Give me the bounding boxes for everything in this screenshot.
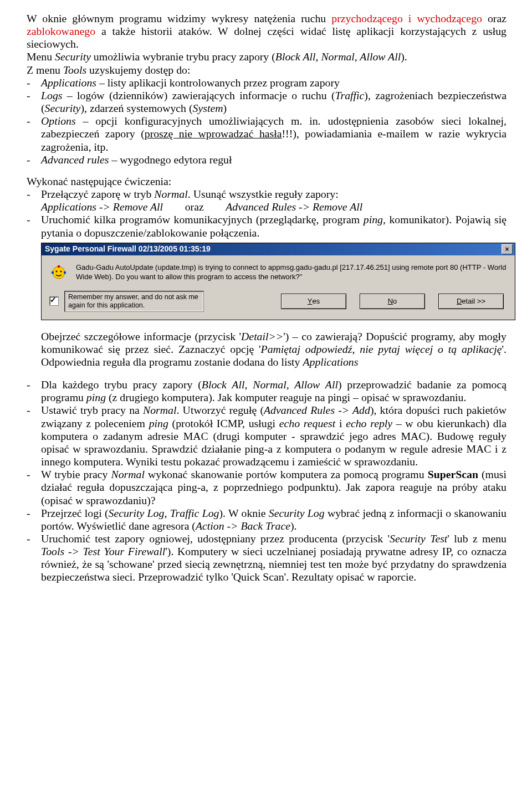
- italic-traffic: Traffic: [335, 89, 365, 101]
- text: W oknie głównym programu widzimy wykresy…: [27, 12, 331, 24]
- no-button[interactable]: No: [360, 294, 425, 309]
- dash-bullet: -: [27, 378, 41, 391]
- list-item: - Applications – listy aplikacji kontrol…: [27, 76, 507, 89]
- dash-bullet: -: [27, 188, 41, 201]
- document-page: W oknie głównym programu widzimy wykresy…: [0, 0, 532, 606]
- italic-normal: Normal: [154, 188, 187, 200]
- text: W trybie pracy: [41, 468, 111, 480]
- close-button[interactable]: ×: [502, 244, 513, 254]
- exercise-list: - Uruchomić kilka programów komunikacyjn…: [27, 213, 507, 239]
- text-red-blocked: zablokowanego: [27, 25, 95, 37]
- text: etail >>: [462, 297, 485, 305]
- svg-rect-2: [52, 271, 54, 274]
- list-item: - Przełączyć zaporę w tryb Normal. Usuną…: [27, 188, 507, 201]
- remember-label: Remember my answer, and do not ask me ag…: [64, 291, 204, 312]
- italic-security-log: Security Log: [269, 507, 325, 519]
- after-dialog-paragraph: Obejrzeć szczegółowe informacje (przycis…: [27, 330, 507, 368]
- text: oraz: [482, 12, 507, 24]
- mnemonic: D: [457, 297, 462, 305]
- italic-logs: Logs: [41, 89, 62, 101]
- list-item: - Logs – logów (dzienników) zawierającyc…: [27, 89, 507, 115]
- dash-bullet: -: [27, 89, 41, 102]
- exercise-heading: Wykonać następujące ćwiczenia:: [27, 175, 507, 188]
- italic-security-test: Security Test: [390, 532, 447, 545]
- menu-security-paragraph: Menu Security umożliwia wybranie trybu p…: [27, 50, 507, 63]
- italic-logs-list: Security Log, Traffic Log: [109, 507, 219, 519]
- italic-ping: ping: [86, 391, 106, 403]
- italic-options: Options: [41, 115, 76, 127]
- italic-tools-testfirewall: Tools -> Test Your Firewall: [41, 545, 165, 557]
- italic-ping: ping: [149, 417, 168, 429]
- exercise-list-lower: - Dla każdego trybu pracy zapory (Block …: [27, 378, 507, 584]
- text: – listy aplikacji kontrolowanych przez p…: [96, 76, 340, 89]
- italic-applications: Applications: [303, 356, 358, 368]
- text: ): [223, 102, 227, 114]
- dash-bullet: -: [27, 468, 41, 481]
- text: Uruchomić test zapory ogniowej, udostępn…: [41, 532, 390, 545]
- dash-bullet: -: [27, 532, 41, 545]
- detail-button[interactable]: Detail >>: [438, 294, 504, 309]
- text: Z menu: [27, 64, 63, 76]
- list-item-body: Dla każdego trybu pracy zapory (Block Al…: [41, 378, 507, 404]
- italic-back-trace: Action -> Back Trace: [196, 520, 290, 532]
- list-item: - Przejrzeć logi (Security Log, Traffic …: [27, 507, 507, 532]
- close-icon: ×: [505, 246, 509, 253]
- italic-modes: Block All, Normal, Allow All: [275, 50, 401, 63]
- italic-modes: Block All, Normal, Allow All: [202, 378, 338, 391]
- italic-tools: Tools: [63, 64, 86, 76]
- italic-security-log: Security: [45, 102, 81, 114]
- svg-point-0: [53, 266, 65, 279]
- text: wykonać skanowanie portów komputera za p…: [145, 468, 428, 480]
- text: ).: [290, 520, 297, 532]
- dialog-body: Gadu-Gadu AutoUpdate (update.tmp) is try…: [42, 255, 515, 288]
- list-item: - W trybie pracy Normal wykonać skanowan…: [27, 468, 507, 506]
- text: (protokół ICMP, usługi: [168, 417, 279, 429]
- svg-point-5: [60, 270, 62, 272]
- text: Uruchomić kilka programów komunikacyjnyc…: [41, 213, 364, 225]
- bold-superscan: SuperScan: [428, 468, 478, 480]
- text: ), zdarzeń systemowych (: [80, 102, 192, 114]
- dash-bullet: -: [27, 507, 41, 520]
- firewall-dialog-screenshot: Sygate Personal Firewall 02/13/2005 01:3…: [41, 243, 507, 320]
- remember-checkbox[interactable]: [49, 296, 59, 306]
- list-item-body: Przełączyć zaporę w tryb Normal. Usunąć …: [41, 188, 507, 201]
- dialog-titlebar: Sygate Personal Firewall 02/13/2005 01:3…: [42, 243, 515, 255]
- italic-advrules-add: Advanced Rules -> Add: [264, 404, 370, 416]
- italic-advanced-rules: Advanced rules: [41, 153, 109, 166]
- text: – wygodnego edytora reguł: [109, 153, 232, 166]
- text: Obejrzeć szczegółowe informacje (przycis…: [41, 330, 241, 342]
- yes-button[interactable]: Yes: [281, 294, 346, 309]
- list-item-body: Przejrzeć logi (Security Log, Traffic Lo…: [41, 507, 507, 532]
- mnemonic: N: [388, 297, 393, 305]
- italic-echo-request: echo request: [279, 417, 336, 429]
- text: Dla każdego trybu pracy zapory (: [41, 378, 202, 391]
- text: i: [335, 417, 346, 429]
- text: (z drugiego komputera). Jak komputer rea…: [106, 391, 466, 403]
- text: Przejrzeć logi (: [41, 507, 109, 519]
- svg-point-4: [56, 270, 58, 272]
- tools-intro-paragraph: Z menu Tools uzyskujemy dostęp do:: [27, 64, 507, 76]
- list-item: - Dla każdego trybu pracy zapory (Block …: [27, 378, 507, 404]
- text-red-incoming-outgoing: przychodzącego i wychodzącego: [331, 12, 482, 24]
- text: ).: [401, 50, 407, 63]
- svg-rect-1: [58, 265, 60, 268]
- app-icon: [49, 263, 68, 282]
- text: ). W oknie: [219, 507, 268, 519]
- list-item: - Ustawić tryb pracy na Normal. Utworzyć…: [27, 404, 507, 468]
- dash-bullet: -: [27, 404, 41, 417]
- text: o: [393, 297, 397, 305]
- mnemonic: Y: [308, 297, 313, 305]
- text: Menu: [27, 50, 55, 63]
- dialog-title: Sygate Personal Firewall 02/13/2005 01:3…: [45, 244, 211, 253]
- list-item-body: Options – opcji konfiguracyjnych umożliw…: [41, 115, 507, 153]
- underline-no-password: proszę nie wprowadzać hasła: [145, 127, 282, 140]
- text: Ustawić tryb pracy na: [41, 404, 143, 416]
- italic-apps-removeall: Applications -> Remove All: [41, 201, 163, 213]
- list-item-body: Applications – listy aplikacji kontrolow…: [41, 76, 507, 89]
- text: oraz: [163, 201, 226, 213]
- italic-system: System: [193, 102, 223, 114]
- text: uzyskujemy dostęp do:: [86, 64, 190, 76]
- tools-menu-list: - Applications – listy aplikacji kontrol…: [27, 76, 507, 166]
- italic-advrules-removeall: Advanced Rules -> Remove All: [226, 201, 362, 213]
- list-item-body: Logs – logów (dzienników) zawierających …: [41, 89, 507, 115]
